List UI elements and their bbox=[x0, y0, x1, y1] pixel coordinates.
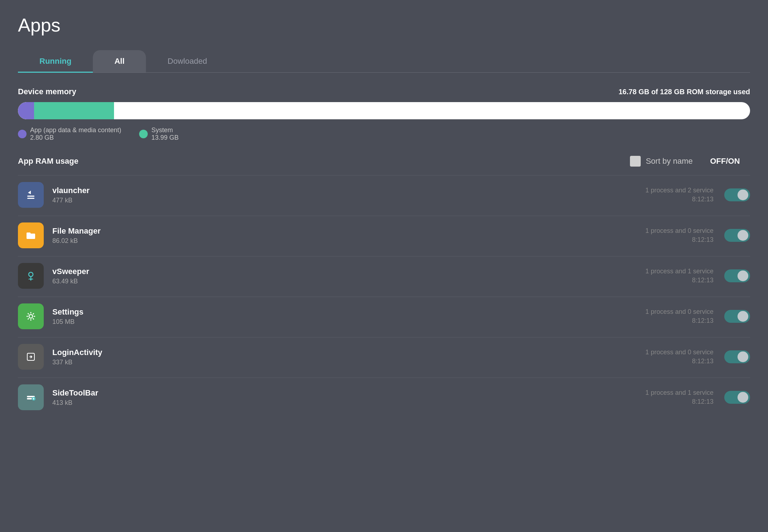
page-title: Apps bbox=[18, 14, 750, 36]
legend-dot-app bbox=[18, 130, 27, 138]
app-ram-title: App RAM usage bbox=[18, 157, 630, 166]
memory-bar-app bbox=[18, 102, 34, 119]
tab-all[interactable]: All bbox=[93, 50, 146, 72]
process-text-filemanager: 1 process and 0 service bbox=[635, 227, 714, 235]
device-memory-label: Device memory bbox=[18, 87, 76, 96]
app-process-filemanager: 1 process and 0 service 8:12:13 bbox=[635, 227, 714, 244]
app-name-sidetoolbar: SideToolBar bbox=[52, 388, 635, 398]
app-icon-sidetoolbar bbox=[18, 384, 44, 410]
app-size-vsweeper: 63.49 kB bbox=[52, 278, 635, 285]
app-process-vlauncher: 1 process and 2 service 8:12:13 bbox=[635, 187, 714, 203]
process-text-vsweeper: 1 process and 1 service bbox=[635, 268, 714, 275]
toggle-knob-sidetoolbar bbox=[738, 392, 748, 403]
process-time-settings: 8:12:13 bbox=[635, 317, 714, 325]
legend-dot-system bbox=[139, 130, 148, 138]
process-text-vlauncher: 1 process and 2 service bbox=[635, 187, 714, 194]
tab-bar: Running All Dowloaded bbox=[18, 50, 750, 73]
toggle-knob-filemanager bbox=[738, 230, 748, 241]
toggle-settings[interactable] bbox=[724, 310, 750, 323]
toggle-knob-vlauncher bbox=[738, 190, 748, 200]
process-time-filemanager: 8:12:13 bbox=[635, 236, 714, 244]
process-time-vlauncher: 8:12:13 bbox=[635, 196, 714, 203]
app-item-loginactivity[interactable]: LoginActivity 337 kB 1 process and 0 ser… bbox=[18, 337, 750, 376]
app-info-vsweeper: vSweeper 63.49 kB bbox=[52, 267, 635, 285]
process-time-sidetoolbar: 8:12:13 bbox=[635, 398, 714, 406]
app-name-filemanager: File Manager bbox=[52, 226, 635, 236]
process-time-loginactivity: 8:12:13 bbox=[635, 358, 714, 365]
app-name-vsweeper: vSweeper bbox=[52, 267, 635, 276]
sort-label: Sort by name bbox=[646, 157, 693, 166]
legend-item-app: App (app data & media content) 2.80 GB bbox=[18, 126, 121, 142]
toggle-vlauncher[interactable] bbox=[724, 188, 750, 201]
svg-rect-1 bbox=[27, 196, 34, 197]
svg-rect-0 bbox=[24, 188, 38, 202]
app-item-settings[interactable]: Settings 105 MB 1 process and 0 service … bbox=[18, 297, 750, 336]
app-name-vlauncher: vlauncher bbox=[52, 186, 635, 195]
app-icon-settings bbox=[18, 303, 44, 329]
legend-item-system: System 13.99 GB bbox=[139, 126, 179, 142]
app-size-filemanager: 86.02 kB bbox=[52, 237, 635, 245]
tab-running[interactable]: Running bbox=[18, 50, 93, 72]
toggle-filemanager[interactable] bbox=[724, 229, 750, 242]
legend-system-label: System bbox=[151, 126, 179, 134]
sort-checkbox[interactable] bbox=[630, 156, 641, 167]
legend-app-label: App (app data & media content) bbox=[30, 126, 121, 134]
app-process-loginactivity: 1 process and 0 service 8:12:13 bbox=[635, 349, 714, 365]
toggle-loginactivity[interactable] bbox=[724, 350, 750, 363]
app-item-vlauncher[interactable]: vlauncher 477 kB 1 process and 2 service… bbox=[18, 175, 750, 214]
legend-app-size: 2.80 GB bbox=[30, 134, 121, 142]
app-name-settings: Settings bbox=[52, 307, 635, 317]
toggle-knob-loginactivity bbox=[738, 351, 748, 362]
app-info-settings: Settings 105 MB bbox=[52, 307, 635, 326]
process-text-loginactivity: 1 process and 0 service bbox=[635, 349, 714, 356]
app-info-sidetoolbar: SideToolBar 413 kB bbox=[52, 388, 635, 407]
memory-legend: App (app data & media content) 2.80 GB S… bbox=[18, 126, 750, 142]
app-list: vlauncher 477 kB 1 process and 2 service… bbox=[18, 175, 750, 417]
app-icon-loginactivity bbox=[18, 344, 44, 370]
app-info-loginactivity: LoginActivity 337 kB bbox=[52, 348, 635, 366]
app-size-loginactivity: 337 kB bbox=[52, 359, 635, 366]
svg-rect-6 bbox=[24, 309, 38, 323]
toggle-vsweeper[interactable] bbox=[724, 269, 750, 282]
app-item-filemanager[interactable]: File Manager 86.02 kB 1 process and 0 se… bbox=[18, 216, 750, 255]
app-name-loginactivity: LoginActivity bbox=[52, 348, 635, 357]
process-text-settings: 1 process and 0 service bbox=[635, 308, 714, 316]
app-info-vlauncher: vlauncher 477 kB bbox=[52, 186, 635, 204]
memory-bar bbox=[18, 102, 750, 119]
toggle-sidetoolbar[interactable] bbox=[724, 391, 750, 404]
svg-rect-2 bbox=[27, 198, 34, 199]
process-text-sidetoolbar: 1 process and 1 service bbox=[635, 389, 714, 397]
app-process-vsweeper: 1 process and 1 service 8:12:13 bbox=[635, 268, 714, 284]
toggle-knob-vsweeper bbox=[738, 270, 748, 281]
app-icon-vlauncher bbox=[18, 182, 44, 208]
sort-by-name[interactable]: Sort by name bbox=[630, 156, 693, 167]
offon-label: OFF/ON bbox=[707, 157, 743, 166]
app-icon-vsweeper bbox=[18, 263, 44, 289]
device-memory-info: 16.78 GB of 128 GB ROM storage used bbox=[618, 88, 750, 96]
process-time-vsweeper: 8:12:13 bbox=[635, 277, 714, 284]
app-icon-filemanager bbox=[18, 222, 44, 248]
memory-bar-system bbox=[34, 102, 114, 119]
toggle-knob-settings bbox=[738, 311, 748, 322]
device-memory-section: Device memory 16.78 GB of 128 GB ROM sto… bbox=[18, 87, 750, 142]
app-size-vlauncher: 477 kB bbox=[52, 197, 635, 204]
app-item-sidetoolbar[interactable]: SideToolBar 413 kB 1 process and 1 servi… bbox=[18, 378, 750, 417]
app-size-sidetoolbar: 413 kB bbox=[52, 399, 635, 407]
app-info-filemanager: File Manager 86.02 kB bbox=[52, 226, 635, 245]
app-process-sidetoolbar: 1 process and 1 service 8:12:13 bbox=[635, 389, 714, 406]
app-size-settings: 105 MB bbox=[52, 318, 635, 326]
app-item-vsweeper[interactable]: vSweeper 63.49 kB 1 process and 1 servic… bbox=[18, 256, 750, 295]
app-process-settings: 1 process and 0 service 8:12:13 bbox=[635, 308, 714, 325]
app-ram-header: App RAM usage Sort by name OFF/ON bbox=[18, 156, 750, 167]
tab-downloaded[interactable]: Dowloaded bbox=[146, 50, 228, 72]
legend-system-size: 13.99 GB bbox=[151, 134, 179, 142]
svg-rect-12 bbox=[27, 398, 32, 399]
